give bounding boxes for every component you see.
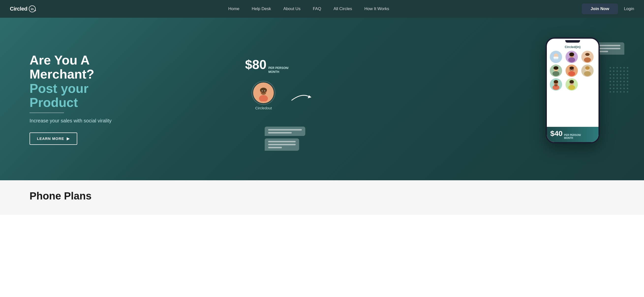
- decoration-dot: [620, 88, 621, 89]
- decoration-dot: [613, 74, 614, 75]
- hero-divider: [30, 113, 64, 113]
- decoration-dot: [616, 88, 618, 89]
- learn-more-button[interactable]: LEARN MORE ▶: [30, 133, 77, 145]
- svg-point-16: [569, 53, 574, 56]
- login-link[interactable]: Login: [624, 7, 634, 11]
- svg-point-44: [570, 80, 574, 84]
- decoration-dot: [620, 77, 621, 79]
- phone-inner: Circled(in): [547, 43, 598, 142]
- svg-marker-9: [308, 95, 312, 98]
- decoration-dot: [613, 77, 614, 79]
- decoration-dot: [610, 67, 611, 69]
- price-label: PER PERSON/ MONTH: [268, 66, 288, 74]
- chat-bubble-small: [265, 138, 299, 151]
- svg-point-24: [554, 66, 558, 70]
- decoration-dot: [610, 88, 611, 89]
- svg-point-41: [554, 84, 558, 86]
- phone-notch: [565, 40, 580, 43]
- chat-line-6: [268, 141, 296, 142]
- svg-point-7: [264, 91, 265, 91]
- phone-avatars-grid: [550, 51, 596, 91]
- logo-text: Circled: [10, 6, 27, 12]
- nav-aboutus[interactable]: About Us: [284, 7, 300, 11]
- decoration-dot: [627, 91, 628, 93]
- dots-decoration: [610, 67, 629, 97]
- decoration-dot: [620, 81, 621, 82]
- phone-price-label: PER PERSON/ MONTH: [564, 134, 581, 140]
- nav-actions: Join Now Login: [582, 4, 634, 14]
- avatar-area: Circledout: [252, 82, 274, 110]
- decoration-dot: [620, 70, 621, 72]
- circledout-avatar: [252, 82, 274, 104]
- phone-price-amount: $40: [550, 129, 562, 138]
- svg-point-29: [568, 71, 575, 76]
- nav-faq[interactable]: FAQ: [313, 7, 321, 11]
- hero-section: Are You A Merchant? Post your Product In…: [0, 18, 644, 180]
- pricing-badge: $80 PER PERSON/ MONTH: [245, 57, 288, 74]
- phone-logo: Circled(in): [550, 45, 596, 49]
- svg-point-20: [585, 53, 590, 56]
- svg-point-35: [585, 66, 590, 70]
- decoration-dot: [627, 70, 628, 72]
- decoration-dot: [620, 74, 621, 75]
- decoration-dot: [623, 70, 625, 72]
- hero-description: Increase your sales with social virality: [30, 118, 118, 124]
- decoration-dot: [616, 70, 618, 72]
- svg-point-36: [584, 71, 591, 76]
- chat-bubble-medium: [265, 127, 305, 136]
- decoration-dot: [613, 81, 614, 82]
- decoration-dot: [620, 91, 621, 93]
- svg-rect-13: [554, 57, 558, 59]
- logo-icon: in +: [29, 6, 36, 12]
- hero-title-line2: Post your Product: [30, 82, 118, 110]
- decoration-dot: [627, 84, 628, 86]
- nav-home[interactable]: Home: [228, 7, 239, 11]
- decoration-dot: [627, 74, 628, 75]
- avatar-label: Circledout: [255, 106, 272, 110]
- decoration-dot: [627, 81, 628, 82]
- logo[interactable]: Circled in +: [10, 6, 36, 12]
- decoration-dot: [610, 91, 611, 93]
- chat-bubbles-lower: [265, 127, 305, 151]
- join-now-button[interactable]: Join Now: [582, 4, 618, 14]
- phone-mockup: Circled(in): [546, 38, 600, 143]
- decoration-dot: [616, 67, 618, 69]
- decoration-dot: [613, 67, 614, 69]
- decoration-dot: [610, 81, 611, 82]
- decoration-dot: [620, 67, 621, 69]
- nav-links: Home Help Desk About Us FAQ All Circles …: [228, 7, 389, 11]
- phone-avatar-4: [550, 65, 562, 77]
- phone-plans-title: Phone Plans: [30, 190, 92, 202]
- nav-howitworks[interactable]: How It Works: [364, 7, 389, 11]
- decoration-dot: [616, 91, 618, 93]
- arrow-area: [289, 90, 314, 104]
- chat-line-7: [268, 144, 296, 145]
- learn-more-label: LEARN MORE: [37, 136, 64, 141]
- decoration-dot: [616, 74, 618, 75]
- navbar: Circled in + Home Help Desk About Us FAQ…: [0, 0, 644, 18]
- phone-price-bar: $40 PER PERSON/ MONTH: [547, 127, 598, 142]
- chat-line-8: [268, 147, 282, 148]
- decoration-dot: [610, 70, 611, 72]
- svg-point-8: [261, 91, 266, 95]
- bottom-section: Phone Plans: [0, 180, 644, 215]
- nav-helpdesk[interactable]: Help Desk: [252, 7, 271, 11]
- decoration-dot: [616, 81, 618, 82]
- phone-avatar-5: [566, 65, 578, 77]
- decoration-dot: [613, 70, 614, 72]
- svg-point-17: [568, 57, 575, 62]
- hero-illustration: $80 PER PERSON/ MONTH: [225, 18, 644, 180]
- hero-content: Are You A Merchant? Post your Product In…: [0, 39, 148, 160]
- decoration-dot: [610, 74, 611, 75]
- decoration-dot: [627, 88, 628, 89]
- chat-line-5: [268, 132, 292, 133]
- svg-point-28: [570, 67, 574, 70]
- phone-avatar-8: [566, 78, 578, 91]
- decoration-dot: [610, 84, 611, 86]
- svg-point-39: [554, 80, 558, 84]
- decoration-dot: [623, 81, 625, 82]
- decoration-dot: [610, 77, 611, 79]
- decoration-dot: [616, 77, 618, 79]
- nav-allcircles[interactable]: All Circles: [334, 7, 352, 11]
- phone-avatar-3: [581, 51, 594, 63]
